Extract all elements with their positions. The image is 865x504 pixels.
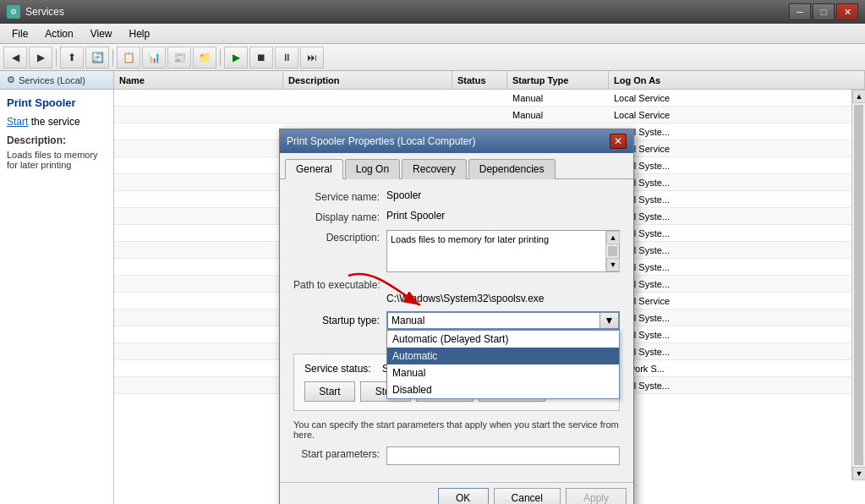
select-dropdown-arrow[interactable]: ▼ (599, 313, 618, 328)
service-name-row: Service name: Spooler (293, 189, 620, 203)
service-name-value: Spooler (386, 189, 620, 201)
toolbar-view2[interactable]: 📊 (142, 47, 166, 68)
start-button[interactable]: Start (304, 381, 355, 402)
toolbar-stop-service[interactable]: ⏹ (249, 47, 273, 68)
menu-bar: File Action View Help (0, 24, 865, 44)
menu-view[interactable]: View (82, 26, 121, 41)
dialog-title-bar: Print Spooler Properties (Local Computer… (280, 129, 633, 153)
desc-scrollbar[interactable]: ▲ ▼ (605, 231, 619, 271)
description-textbox[interactable]: Loads files to memory for later printing… (386, 230, 620, 272)
menu-action[interactable]: Action (36, 26, 81, 41)
menu-help[interactable]: Help (121, 26, 159, 41)
description-text: Loads files to memory for later printing (391, 234, 549, 244)
toolbar-sep-3 (220, 49, 221, 66)
toolbar-view1[interactable]: 📋 (117, 47, 140, 68)
dialog-footer: OK Cancel Apply (280, 482, 633, 504)
properties-dialog: Print Spooler Properties (Local Computer… (279, 129, 634, 504)
dropdown-item-auto-delayed[interactable]: Automatic (Delayed Start) (387, 331, 619, 348)
tab-logon[interactable]: Log On (345, 159, 400, 179)
desc-scroll-thumb (608, 246, 617, 256)
dialog-overlay: Print Spooler Properties (Local Computer… (0, 71, 865, 504)
display-name-value: Print Spooler (386, 210, 620, 222)
toolbar: ◀ ▶ ⬆ 🔄 📋 📊 📰 📁 ▶ ⏹ ⏸ ⏭ (0, 44, 865, 71)
dialog-close-button[interactable]: ✕ (610, 134, 627, 149)
toolbar-start-service[interactable]: ▶ (224, 47, 248, 68)
display-name-row: Display name: Print Spooler (293, 210, 620, 223)
startup-row: Startup type: Manual ▼ Automatic (Delaye… (293, 311, 620, 330)
tab-dependencies[interactable]: Dependencies (468, 159, 556, 179)
toolbar-refresh[interactable]: 🔄 (85, 47, 109, 68)
tab-recovery[interactable]: Recovery (402, 159, 467, 179)
dropdown-item-manual[interactable]: Manual (387, 364, 619, 381)
toolbar-restart-service[interactable]: ⏭ (300, 47, 324, 68)
dialog-content: Service name: Spooler Display name: Prin… (280, 179, 633, 482)
menu-file[interactable]: File (3, 26, 36, 41)
toolbar-view3[interactable]: 📰 (167, 47, 191, 68)
ok-button[interactable]: OK (438, 488, 489, 504)
maximize-button[interactable]: □ (813, 3, 835, 20)
dialog-title: Print Spooler Properties (Local Computer… (287, 135, 475, 147)
window-title: Services (25, 6, 64, 18)
status-label: Service status: (304, 363, 371, 375)
dialog-tabs: General Log On Recovery Dependencies (280, 153, 633, 179)
desc-scroll-down[interactable]: ▼ (606, 258, 620, 271)
service-name-label: Service name: (293, 189, 386, 203)
startup-dropdown[interactable]: Automatic (Delayed Start) Automatic Manu… (386, 330, 620, 399)
desc-field-label: Description: (293, 230, 386, 244)
start-params-input[interactable] (386, 446, 620, 465)
toolbar-sep-2 (112, 49, 113, 66)
path-row: Path to executable: C:\Windows\System32\… (293, 279, 620, 304)
minimize-button[interactable]: ─ (789, 3, 811, 20)
dropdown-item-automatic[interactable]: Automatic (387, 348, 619, 364)
toolbar-view4[interactable]: 📁 (193, 47, 216, 68)
toolbar-up[interactable]: ⬆ (60, 47, 84, 68)
cancel-button[interactable]: Cancel (494, 488, 561, 504)
tab-general[interactable]: General (285, 159, 343, 179)
start-params-note: You can specify the start parameters tha… (293, 419, 620, 440)
desc-scroll-up[interactable]: ▲ (606, 231, 620, 244)
arrow-annotation (348, 276, 424, 320)
close-button[interactable]: ✕ (836, 3, 858, 20)
start-params-row: Start parameters: (293, 446, 620, 465)
params-label: Start parameters: (293, 446, 386, 460)
apply-button[interactable]: Apply (566, 488, 627, 504)
path-label: Path to executable: (293, 279, 620, 291)
path-value: C:\Windows\System32\spoolsv.exe (293, 293, 620, 304)
toolbar-sep-1 (56, 49, 57, 66)
toolbar-pause-service[interactable]: ⏸ (275, 47, 298, 68)
display-name-label: Display name: (293, 210, 386, 223)
window-controls: ─ □ ✕ (789, 3, 858, 20)
dropdown-item-disabled[interactable]: Disabled (387, 381, 619, 398)
toolbar-forward[interactable]: ▶ (29, 47, 52, 68)
toolbar-back[interactable]: ◀ (3, 47, 27, 68)
title-bar: ⚙ Services ─ □ ✕ (0, 0, 865, 24)
app-icon: ⚙ (7, 5, 20, 19)
description-row: Description: Loads files to memory for l… (293, 230, 620, 272)
